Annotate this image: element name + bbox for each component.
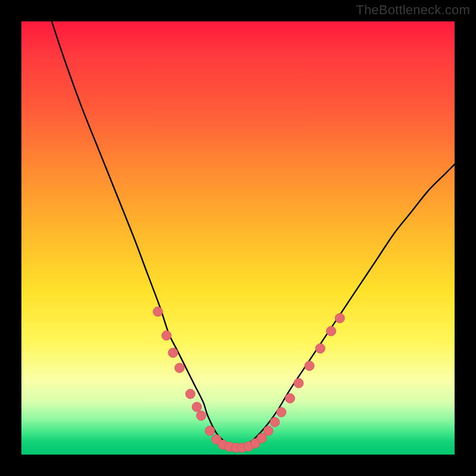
curve-marker xyxy=(285,393,295,403)
curve-marker xyxy=(162,331,171,340)
curve-marker xyxy=(153,307,162,317)
plot-area xyxy=(21,21,455,455)
curve-marker xyxy=(305,361,314,371)
curve-marker xyxy=(277,408,286,417)
curve-marker xyxy=(168,348,178,358)
curve-marker xyxy=(327,327,336,336)
curve-marker xyxy=(270,417,280,427)
bottleneck-curve xyxy=(52,21,455,446)
curve-marker xyxy=(315,344,325,353)
curve-markers xyxy=(153,307,345,453)
curve-marker xyxy=(205,426,215,436)
curve-marker xyxy=(335,314,345,323)
curve-marker xyxy=(257,433,267,443)
curve-marker xyxy=(175,363,184,372)
chart-frame: TheBottleneck.com xyxy=(0,0,476,476)
chart-svg xyxy=(21,21,455,455)
curve-marker xyxy=(186,389,195,399)
curve-marker xyxy=(294,378,303,388)
curve-marker xyxy=(192,402,202,412)
watermark-text: TheBottleneck.com xyxy=(356,2,470,18)
curve-marker xyxy=(196,411,206,421)
curve-marker xyxy=(264,426,273,436)
